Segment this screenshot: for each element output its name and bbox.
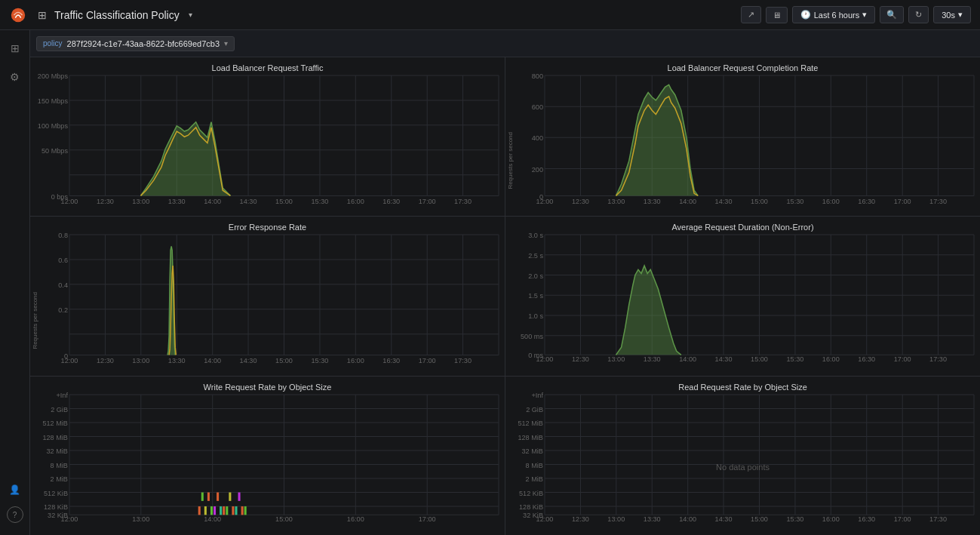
svg-text:15:00: 15:00 xyxy=(275,198,293,205)
svg-text:15:30: 15:30 xyxy=(312,357,329,364)
panel-error-response: Error Response Rate Requests per second xyxy=(30,217,505,375)
svg-text:12:30: 12:30 xyxy=(572,515,589,522)
svg-rect-167 xyxy=(207,492,210,500)
svg-text:14:00: 14:00 xyxy=(204,515,221,522)
panel-title-read: Read Request Rate by Object Size xyxy=(505,377,980,395)
policy-filter-tag[interactable]: policy 287f2924-c1e7-43aa-8622-bfc669ed7… xyxy=(36,36,235,51)
svg-text:12:00: 12:00 xyxy=(536,515,554,522)
svg-rect-175 xyxy=(232,506,234,515)
svg-text:1.5 s: 1.5 s xyxy=(528,293,543,300)
y-axis-completion: Requests per second xyxy=(507,132,537,189)
svg-text:2 MiB: 2 MiB xyxy=(526,475,543,483)
svg-text:16:30: 16:30 xyxy=(858,355,875,363)
svg-text:16:30: 16:30 xyxy=(858,198,875,205)
time-range-arrow: ▾ xyxy=(862,10,867,20)
svg-text:200 Mbps: 200 Mbps xyxy=(38,72,69,80)
svg-text:12:30: 12:30 xyxy=(97,198,114,205)
title-dropdown-arrow[interactable]: ▾ xyxy=(189,11,192,19)
share-icon: ↗ xyxy=(748,10,754,20)
svg-text:128 MiB: 128 MiB xyxy=(518,433,543,441)
svg-text:500 ms: 500 ms xyxy=(521,333,543,340)
svg-text:17:30: 17:30 xyxy=(929,355,947,363)
svg-text:16:00: 16:00 xyxy=(822,198,840,205)
refresh-interval-button[interactable]: 30s ▾ xyxy=(933,6,971,23)
svg-rect-179 xyxy=(244,506,247,515)
svg-text:13:00: 13:00 xyxy=(607,198,625,205)
svg-text:12:30: 12:30 xyxy=(97,357,114,364)
svg-text:0.4: 0.4 xyxy=(58,281,68,289)
sidebar-item-user[interactable]: 👤 xyxy=(3,478,27,502)
svg-text:8 MiB: 8 MiB xyxy=(51,461,68,469)
svg-text:15:00: 15:00 xyxy=(751,198,768,205)
share-button[interactable]: ↗ xyxy=(741,6,761,23)
filterbar: policy 287f2924-c1e7-43aa-8622-bfc669ed7… xyxy=(0,30,980,57)
svg-text:+Inf: +Inf xyxy=(56,392,68,399)
sidebar-item-apps[interactable]: ⊞ xyxy=(3,36,27,60)
svg-text:12:00: 12:00 xyxy=(61,357,78,364)
page-title: Traffic Classification Policy xyxy=(54,9,180,21)
svg-text:14:00: 14:00 xyxy=(679,198,696,205)
svg-text:13:30: 13:30 xyxy=(168,357,186,364)
panel-write-request-rate: Write Request Rate by Object Size xyxy=(30,377,505,535)
time-range-button[interactable]: 🕐 Last 6 hours ▾ xyxy=(792,6,876,23)
svg-text:2 GiB: 2 GiB xyxy=(51,405,68,413)
sidebar-item-help[interactable]: ? xyxy=(7,506,23,523)
svg-text:14:00: 14:00 xyxy=(204,357,221,364)
svg-text:16:30: 16:30 xyxy=(382,198,400,205)
sidebar: ⊞ ⚙ 👤 ? xyxy=(0,30,30,535)
svg-rect-169 xyxy=(214,506,216,515)
svg-text:13:00: 13:00 xyxy=(132,357,149,364)
svg-text:15:00: 15:00 xyxy=(275,515,293,522)
svg-text:16:00: 16:00 xyxy=(347,198,364,205)
svg-text:14:00: 14:00 xyxy=(679,355,696,363)
sidebar-item-settings[interactable]: ⚙ xyxy=(3,65,27,89)
monitor-icon: 🖥 xyxy=(773,11,781,20)
svg-text:2.5 s: 2.5 s xyxy=(528,252,543,260)
svg-text:128 KiB: 128 KiB xyxy=(44,503,68,511)
svg-text:14:30: 14:30 xyxy=(715,515,733,522)
chart-completion: Requests per second xyxy=(505,75,980,216)
svg-text:13:30: 13:30 xyxy=(168,198,186,205)
svg-text:17:30: 17:30 xyxy=(454,357,472,364)
svg-text:17:00: 17:00 xyxy=(894,355,911,363)
refresh-icon: ↻ xyxy=(915,10,922,20)
svg-rect-164 xyxy=(198,506,201,515)
svg-text:512 MiB: 512 MiB xyxy=(518,420,543,427)
svg-rect-171 xyxy=(220,506,222,515)
y-axis-error: Requests per second xyxy=(32,292,62,349)
filter-key: policy xyxy=(43,39,63,48)
svg-text:16:30: 16:30 xyxy=(858,515,875,522)
svg-text:17:00: 17:00 xyxy=(894,515,911,522)
svg-text:32 MiB: 32 MiB xyxy=(522,447,543,455)
svg-text:14:30: 14:30 xyxy=(715,198,733,205)
svg-text:600: 600 xyxy=(532,103,543,111)
panel-load-balancer-traffic: Load Balancer Request Traffic xyxy=(30,57,505,216)
svg-text:17:00: 17:00 xyxy=(419,357,436,364)
svg-text:8 MiB: 8 MiB xyxy=(526,461,543,469)
svg-text:14:00: 14:00 xyxy=(679,515,696,522)
svg-text:12:00: 12:00 xyxy=(61,515,78,522)
svg-text:512 KiB: 512 KiB xyxy=(44,489,68,497)
svg-text:14:30: 14:30 xyxy=(240,198,257,205)
time-range-label: Last 6 hours xyxy=(814,11,860,20)
svg-text:13:00: 13:00 xyxy=(132,515,149,522)
svg-text:800: 800 xyxy=(532,72,543,80)
svg-text:15:00: 15:00 xyxy=(751,355,768,363)
svg-text:12:00: 12:00 xyxy=(61,198,78,205)
refresh-button[interactable]: ↻ xyxy=(908,6,929,23)
svg-text:512 MiB: 512 MiB xyxy=(42,420,68,427)
filter-dropdown-arrow: ▾ xyxy=(224,39,228,48)
monitor-button[interactable]: 🖥 xyxy=(766,7,788,23)
svg-text:1.0 s: 1.0 s xyxy=(528,312,543,320)
svg-text:13:00: 13:00 xyxy=(607,355,625,363)
svg-text:12:30: 12:30 xyxy=(572,355,589,363)
svg-rect-174 xyxy=(229,492,231,500)
zoom-out-button[interactable]: 🔍 xyxy=(880,6,904,23)
svg-text:17:00: 17:00 xyxy=(419,198,436,205)
svg-rect-177 xyxy=(238,492,241,500)
svg-text:128 MiB: 128 MiB xyxy=(42,433,68,441)
svg-text:15:00: 15:00 xyxy=(751,515,768,522)
svg-text:13:30: 13:30 xyxy=(644,515,661,522)
svg-text:13:00: 13:00 xyxy=(607,515,625,522)
svg-text:12:30: 12:30 xyxy=(572,198,589,205)
